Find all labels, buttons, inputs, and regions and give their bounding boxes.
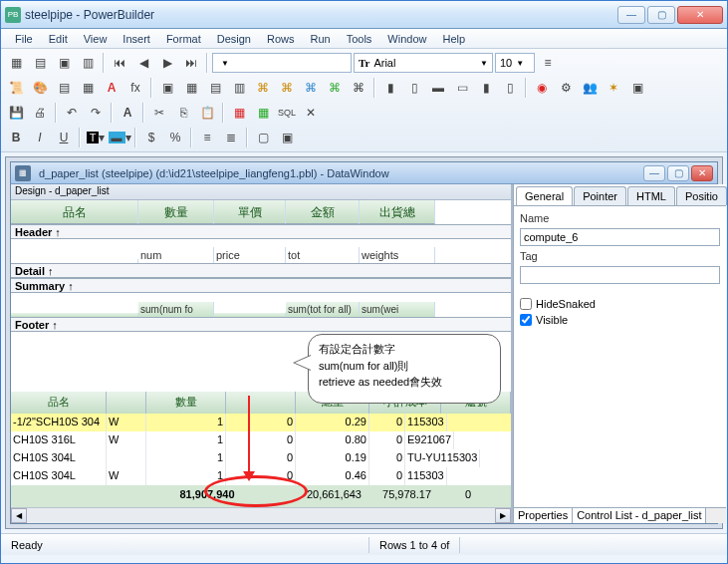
- print-icon[interactable]: 🖨: [29, 102, 51, 124]
- tab-position[interactable]: Positio: [676, 186, 727, 205]
- hidesnaked-checkbox[interactable]: HideSnaked: [520, 298, 720, 310]
- col-tot[interactable]: tot: [286, 247, 360, 263]
- border1-icon[interactable]: ▢: [252, 127, 274, 148]
- border2-icon[interactable]: ▣: [276, 127, 298, 148]
- child-max-button[interactable]: ▢: [667, 165, 689, 181]
- script-icon[interactable]: 📜: [5, 77, 27, 99]
- table-row[interactable]: -1/2"SCH10S 304W 10 0.290 115303: [11, 414, 511, 431]
- calc-icon[interactable]: A: [101, 77, 122, 99]
- bar2-icon[interactable]: ▯: [403, 77, 425, 99]
- menu-design[interactable]: Design: [209, 31, 259, 47]
- menu-file[interactable]: File: [7, 31, 41, 47]
- tab-html[interactable]: HTML: [627, 186, 675, 205]
- more-icon[interactable]: ≡: [537, 52, 559, 74]
- child-min-button[interactable]: —: [643, 165, 665, 181]
- minimize-button[interactable]: —: [617, 6, 645, 24]
- hdr-wt[interactable]: 出貨總: [360, 200, 435, 224]
- col-num[interactable]: num: [138, 247, 214, 263]
- text-icon[interactable]: A: [117, 102, 138, 124]
- db4-icon[interactable]: ⌘: [324, 77, 346, 99]
- close-button[interactable]: ✕: [677, 6, 723, 24]
- sum-wt[interactable]: sum(wei: [360, 302, 435, 317]
- toolbox3-icon[interactable]: ▤: [204, 77, 226, 99]
- underline-icon[interactable]: U: [53, 127, 75, 148]
- design-area[interactable]: 品名 數量 單價 金額 出貨總 Header ↑ num price tot w…: [11, 200, 511, 523]
- titlebar[interactable]: PB steelpipe - PowerBuilder — ▢ ✕: [1, 1, 727, 29]
- bold-icon[interactable]: B: [5, 127, 27, 148]
- nav-last-icon[interactable]: ⏭: [180, 52, 202, 74]
- sum-tot[interactable]: sum(tot for all): [286, 302, 360, 317]
- col-weights[interactable]: weights: [360, 247, 435, 263]
- menu-view[interactable]: View: [76, 31, 116, 47]
- list2-icon[interactable]: ≣: [220, 127, 242, 148]
- nav-next-icon[interactable]: ▶: [156, 52, 178, 74]
- tab-pointer[interactable]: Pointer: [574, 186, 626, 205]
- nav-first-icon[interactable]: ⏮: [109, 52, 130, 74]
- list1-icon[interactable]: ≡: [196, 127, 218, 148]
- copy-icon[interactable]: ⎘: [172, 102, 194, 124]
- header-band[interactable]: Header ↑: [11, 224, 511, 239]
- hdr-qty[interactable]: 數量: [138, 200, 214, 224]
- toolbox2-icon[interactable]: ▦: [180, 77, 202, 99]
- tree-icon[interactable]: ▦: [77, 77, 99, 99]
- tool-icon[interactable]: ⚙: [555, 77, 577, 99]
- save-icon[interactable]: 💾: [5, 102, 27, 124]
- hdr-name[interactable]: 品名: [11, 200, 138, 224]
- db1-icon[interactable]: ⌘: [252, 77, 274, 99]
- menu-edit[interactable]: Edit: [41, 31, 76, 47]
- bar5-icon[interactable]: ▮: [475, 77, 497, 99]
- footer-band[interactable]: Footer ↑: [11, 317, 511, 332]
- toolbox4-icon[interactable]: ▥: [228, 77, 250, 99]
- table-row[interactable]: CH10S 304L 10 0.190 TU-YU115303: [11, 449, 511, 467]
- tab-general[interactable]: General: [516, 186, 573, 205]
- summary-band[interactable]: Summary ↑: [11, 278, 511, 293]
- forecolor-drop[interactable]: T▾: [85, 127, 107, 148]
- tab-properties[interactable]: Properties: [514, 508, 573, 523]
- font-name-drop[interactable]: TrArial▼: [354, 53, 493, 73]
- list-icon[interactable]: ▤: [53, 77, 75, 99]
- child-close-button[interactable]: ✕: [691, 165, 713, 181]
- menu-run[interactable]: Run: [302, 31, 338, 47]
- menu-tools[interactable]: Tools: [339, 31, 380, 47]
- child-titlebar[interactable]: ▦ d_paper_list (steelpipe) (d:\id21\stee…: [11, 162, 717, 184]
- sql-icon[interactable]: SQL: [276, 102, 298, 124]
- bar1-icon[interactable]: ▮: [379, 77, 401, 99]
- gear-icon[interactable]: ✶: [603, 77, 624, 99]
- paste-icon[interactable]: 📋: [196, 102, 218, 124]
- db3-icon[interactable]: ⌘: [300, 77, 322, 99]
- window-icon[interactable]: ▣: [53, 52, 75, 74]
- bar6-icon[interactable]: ▯: [499, 77, 521, 99]
- table-row[interactable]: CH10S 316LW 10 0.800 E921067: [11, 431, 511, 449]
- toolbox1-icon[interactable]: ▣: [156, 77, 178, 99]
- hdr-amt[interactable]: 金額: [286, 200, 360, 224]
- fn-icon[interactable]: fx: [124, 77, 146, 99]
- object-drop[interactable]: ▼: [212, 53, 352, 73]
- cut-icon[interactable]: ✂: [148, 102, 170, 124]
- people-icon[interactable]: 👥: [579, 77, 601, 99]
- clear-icon[interactable]: ✕: [300, 102, 322, 124]
- bar4-icon[interactable]: ▭: [451, 77, 473, 99]
- detail-band[interactable]: Detail ↑: [11, 263, 511, 278]
- h-scrollbar[interactable]: ◀▶: [11, 507, 511, 523]
- preview-red-icon[interactable]: ▦: [228, 102, 250, 124]
- nav-prev-icon[interactable]: ◀: [132, 52, 154, 74]
- italic-icon[interactable]: I: [29, 127, 51, 148]
- backcolor-drop[interactable]: ▬▾: [109, 127, 130, 148]
- db2-icon[interactable]: ⌘: [276, 77, 298, 99]
- menu-insert[interactable]: Insert: [115, 31, 158, 47]
- col-price[interactable]: price: [214, 247, 286, 263]
- menu-rows[interactable]: Rows: [259, 31, 303, 47]
- preview-green-icon[interactable]: ▦: [252, 102, 274, 124]
- name-input[interactable]: [520, 228, 720, 246]
- percent-icon[interactable]: %: [164, 127, 186, 148]
- red-dot-icon[interactable]: ◉: [531, 77, 553, 99]
- new-icon[interactable]: ▦: [5, 52, 27, 74]
- redo-icon[interactable]: ↷: [85, 102, 107, 124]
- font-size-drop[interactable]: 10▼: [495, 53, 535, 73]
- tag-input[interactable]: [520, 266, 720, 284]
- currency-icon[interactable]: $: [140, 127, 162, 148]
- help-icon[interactable]: ▣: [626, 77, 648, 99]
- menu-help[interactable]: Help: [434, 31, 473, 47]
- maximize-button[interactable]: ▢: [647, 6, 675, 24]
- menu-format[interactable]: Format: [158, 31, 209, 47]
